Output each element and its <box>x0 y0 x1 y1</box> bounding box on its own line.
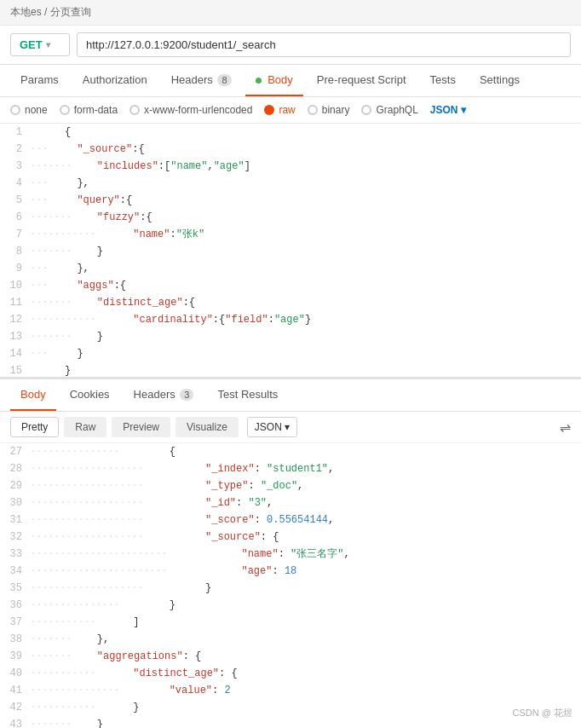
request-code-editor[interactable]: 1{2··· "_source":{3······· "includes":["… <box>0 124 581 379</box>
token: "_type" <box>205 480 248 492</box>
response-tab-cookies[interactable]: Cookies <box>60 379 120 411</box>
token: 18 <box>285 565 296 577</box>
line-number: 2 <box>0 141 31 158</box>
method-label: GET <box>20 38 43 51</box>
token <box>168 565 241 577</box>
code-line: 42··········· } <box>0 699 581 716</box>
request-tabs-bar: Params Authorization Headers 8 Body Pre-… <box>0 65 581 97</box>
response-tab-headers[interactable]: Headers 3 <box>124 379 204 411</box>
token: "field" <box>225 314 267 326</box>
view-raw[interactable]: Raw <box>64 417 106 437</box>
token: "aggregations" <box>97 650 183 662</box>
code-line: 36··············· } <box>0 597 581 614</box>
response-tab-body[interactable]: Body <box>10 379 56 411</box>
token: "_doc" <box>261 480 297 492</box>
filter-icon[interactable]: ⇌ <box>560 419 571 436</box>
token: ] <box>244 160 250 172</box>
line-number: 30 <box>0 494 31 511</box>
url-input[interactable] <box>77 32 571 57</box>
token: "distinct_age" <box>97 297 183 309</box>
line-number: 29 <box>0 477 31 494</box>
code-line: 3······· "includes":["name","age"] <box>0 158 581 175</box>
code-line: 9··· }, <box>0 260 581 277</box>
code-line: 31··················· "_score": 0.556541… <box>0 511 581 529</box>
line-number: 39 <box>0 648 31 665</box>
line-number: 4 <box>0 175 31 192</box>
body-type-none[interactable]: none <box>10 104 48 116</box>
token: { <box>65 126 71 138</box>
view-pretty[interactable]: Pretty <box>10 417 59 437</box>
body-type-urlencoded[interactable]: x-www-form-urlencoded <box>129 104 252 116</box>
line-dots: ··················· <box>31 529 144 546</box>
response-tab-test-results[interactable]: Test Results <box>207 379 288 411</box>
code-line: 6······· "fuzzy":{ <box>0 209 581 226</box>
line-content: } <box>120 597 581 614</box>
token: } <box>120 599 175 611</box>
code-line: 8······· } <box>0 243 581 260</box>
tab-body[interactable]: Body <box>245 65 303 96</box>
token: } <box>144 582 211 594</box>
token: : { <box>183 650 202 662</box>
token: :{ <box>114 280 126 292</box>
token <box>144 480 205 492</box>
tab-settings[interactable]: Settings <box>469 65 530 96</box>
token: "age" <box>274 314 305 326</box>
line-number: 10 <box>0 277 31 294</box>
body-dot <box>256 78 262 84</box>
response-json-label: JSON <box>255 421 282 433</box>
line-content: "distinct_age":{ <box>72 294 581 311</box>
token <box>65 280 77 292</box>
response-json-select[interactable]: JSON ▾ <box>247 417 297 437</box>
method-select[interactable]: GET ▾ <box>10 33 70 56</box>
line-dots: ··················· <box>31 511 144 529</box>
body-type-form-data[interactable]: form-data <box>60 104 118 116</box>
tab-headers[interactable]: Headers 8 <box>161 65 242 96</box>
code-line: 34······················· "age": 18 <box>0 563 581 580</box>
token: , <box>328 514 334 526</box>
tab-params[interactable]: Params <box>10 65 69 96</box>
line-number: 9 <box>0 260 31 277</box>
token <box>72 211 97 223</box>
code-line: 41··············· "value": 2 <box>0 682 581 699</box>
line-dots: ··················· <box>31 494 144 511</box>
tab-authorization[interactable]: Authorization <box>72 65 158 96</box>
line-content: }, <box>65 260 581 277</box>
token: "name" <box>241 548 278 560</box>
body-type-graphql[interactable]: GraphQL <box>361 104 417 116</box>
watermark: CSDN @ 花煜 <box>513 707 572 719</box>
view-preview[interactable]: Preview <box>112 417 170 437</box>
token: , <box>297 480 303 492</box>
token: }, <box>72 633 109 645</box>
line-dots: ··················· <box>31 460 144 477</box>
line-content: "includes":["name","age"] <box>72 158 581 175</box>
line-dots: ······················· <box>31 563 168 580</box>
response-json-chevron: ▾ <box>285 421 290 433</box>
line-number: 42 <box>0 699 31 716</box>
line-content: "age": 18 <box>168 563 581 580</box>
line-number: 31 <box>0 511 31 529</box>
body-type-form-data-label: form-data <box>74 104 118 116</box>
view-visualize[interactable]: Visualize <box>175 417 239 437</box>
token: { <box>120 446 175 458</box>
token: "_source" <box>205 531 261 543</box>
line-content: } <box>65 345 581 362</box>
tab-tests[interactable]: Tests <box>420 65 466 96</box>
token: "张三名字" <box>290 548 343 560</box>
token: : <box>170 228 175 240</box>
body-type-binary[interactable]: binary <box>308 104 350 116</box>
method-chevron: ▾ <box>46 40 50 49</box>
token: } <box>72 719 103 728</box>
tab-pre-request-script[interactable]: Pre-request Script <box>307 65 417 96</box>
token <box>144 463 205 475</box>
token: :{ <box>132 143 144 155</box>
token <box>96 228 133 240</box>
line-content: "_id": "3", <box>144 494 581 511</box>
body-type-raw[interactable]: raw <box>264 104 295 116</box>
radio-form-data <box>60 105 70 115</box>
line-number: 41 <box>0 682 31 699</box>
token: } <box>65 348 83 360</box>
line-content: }, <box>65 175 581 192</box>
line-number: 15 <box>0 362 31 379</box>
line-dots: ··· <box>31 175 65 192</box>
json-format-select[interactable]: JSON ▾ <box>430 104 466 116</box>
